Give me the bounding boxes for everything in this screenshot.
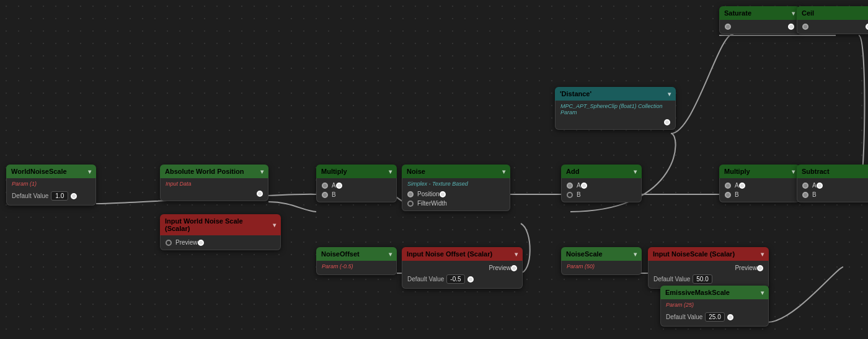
node-abs-world-pos: Absolute World Position ▾ Input Data (160, 165, 268, 201)
node-body-noise: Simplex - Texture Based Position FilterW… (402, 178, 510, 211)
node-header-abs-world-pos[interactable]: Absolute World Position ▾ (160, 165, 268, 178)
position-row: Position (402, 189, 510, 199)
input-port[interactable] (166, 240, 172, 246)
node-subtitle: Simplex - Texture Based (402, 181, 510, 189)
chevron-icon[interactable]: ▾ (273, 222, 276, 228)
node-header-ceil[interactable]: Ceil ▾ (797, 6, 868, 20)
node-subtract: Subtract ▾ A B (797, 165, 868, 202)
chevron-icon[interactable]: ▾ (389, 251, 392, 258)
node-title: Saturate (724, 9, 751, 17)
chevron-icon[interactable]: ▾ (88, 168, 91, 175)
node-header-noise[interactable]: Noise ▾ (402, 165, 510, 178)
input-port-b[interactable] (322, 192, 328, 198)
default-value-row: Default Value 50.0 (649, 273, 768, 286)
output-port[interactable] (664, 119, 670, 125)
output-port[interactable] (817, 183, 823, 189)
node-body-distance: MPC_APT_SphereClip (float1) Collection P… (555, 101, 676, 130)
input-port-a[interactable] (802, 183, 808, 189)
node-emissive-mask: EmissiveMaskScale ▾ Param (25) Default V… (660, 286, 769, 327)
node-subtitle: Param (-0.5) (317, 263, 396, 272)
filterwidth-label: FilterWidth (417, 200, 447, 207)
chevron-icon[interactable]: ▾ (761, 289, 764, 296)
input-port-b[interactable] (567, 192, 573, 198)
node-header-distance[interactable]: 'Distance' ▾ (555, 87, 676, 101)
node-header-multiply-1[interactable]: Multiply ▾ (316, 165, 397, 178)
node-header-input-noise-scale[interactable]: Input NoiseScale (Scalar) ▾ (648, 247, 769, 261)
value-box[interactable]: 50.0 (693, 274, 712, 284)
preview-row: Preview (649, 263, 768, 273)
input-port-a[interactable] (322, 183, 328, 189)
node-title: NoiseScale (566, 250, 603, 258)
port-a-row: A (562, 181, 641, 190)
chevron-icon[interactable]: ▾ (634, 168, 637, 175)
node-body-emissive-mask: Param (25) Default Value 25.0 (660, 299, 769, 327)
chevron-icon[interactable]: ▾ (792, 10, 795, 17)
port-a-row: A (720, 181, 799, 190)
input-port-position[interactable] (407, 191, 414, 197)
input-port-filterwidth[interactable] (407, 201, 414, 207)
node-title: Ceil (802, 9, 814, 17)
input-port[interactable] (802, 24, 808, 30)
node-header-noise-offset[interactable]: NoiseOffset ▾ (316, 247, 397, 261)
node-add: Add ▾ A B (561, 165, 642, 202)
output-port-2[interactable] (467, 276, 474, 282)
node-title: NoiseOffset (321, 250, 360, 258)
output-port[interactable] (198, 240, 204, 246)
port-a-row: A (317, 181, 396, 190)
node-header-noise-scale[interactable]: NoiseScale ▾ (561, 247, 642, 261)
input-port-a[interactable] (725, 183, 731, 189)
node-header-subtract[interactable]: Subtract ▾ (797, 165, 868, 178)
node-body-noise-offset: Param (-0.5) (316, 261, 397, 275)
port-b-label: B (812, 191, 817, 198)
chevron-icon[interactable]: ▾ (761, 251, 764, 258)
output-port[interactable] (788, 24, 794, 30)
node-header-world-noise-scale[interactable]: WorldNoiseScale ▾ (6, 165, 96, 178)
chevron-icon[interactable]: ▾ (389, 168, 392, 175)
port-b-row: B (562, 190, 641, 199)
chevron-icon[interactable]: ▾ (502, 168, 505, 175)
chevron-icon[interactable]: ▾ (515, 251, 518, 258)
input-port-a[interactable] (567, 183, 573, 189)
output-port[interactable] (257, 191, 263, 197)
output-port[interactable] (336, 183, 342, 189)
node-ceil: Ceil ▾ (797, 6, 868, 34)
port-b-label: B (332, 191, 336, 198)
value-box[interactable]: 25.0 (705, 312, 724, 322)
chevron-icon[interactable]: ▾ (668, 91, 671, 97)
port-b-label: B (577, 191, 581, 198)
output-port[interactable] (511, 265, 517, 271)
output-port[interactable] (581, 183, 587, 189)
port-a-label: A (812, 182, 817, 189)
node-subtitle: Param (25) (661, 302, 768, 310)
input-port[interactable] (725, 24, 731, 30)
output-port[interactable] (757, 265, 763, 271)
value-box[interactable]: 1.0 (51, 191, 68, 201)
node-header-input-world-noise[interactable]: Input World Noise Scale (Scalar) ▾ (160, 214, 281, 235)
default-value-label: Default Value (653, 276, 690, 282)
node-header-emissive-mask[interactable]: EmissiveMaskScale ▾ (660, 286, 769, 299)
node-header-multiply-2[interactable]: Multiply ▾ (719, 165, 800, 178)
output-port[interactable] (71, 193, 77, 199)
node-multiply-2: Multiply ▾ A B (719, 165, 800, 202)
node-header-saturate[interactable]: Saturate ▾ (719, 6, 800, 20)
value-box[interactable]: -0.5 (446, 274, 464, 284)
node-subtitle: Input Data (161, 181, 268, 189)
node-body-input-noise-scale: Preview Default Value 50.0 (648, 261, 769, 289)
node-noise-offset: NoiseOffset ▾ Param (-0.5) (316, 247, 397, 275)
input-port-b[interactable] (802, 192, 808, 198)
port-b-label: B (735, 191, 739, 198)
port-a-label: A (332, 182, 336, 189)
output-port[interactable] (440, 191, 446, 197)
output-port[interactable] (727, 314, 733, 320)
chevron-icon[interactable]: ▾ (792, 168, 795, 175)
node-title: Input World Noise Scale (Scalar) (165, 217, 269, 232)
chevron-icon[interactable]: ▾ (260, 168, 264, 175)
output-port[interactable] (739, 183, 745, 189)
node-header-add[interactable]: Add ▾ (561, 165, 642, 178)
preview-row: Preview (161, 238, 280, 247)
input-port-b[interactable] (725, 192, 731, 198)
output-port[interactable] (866, 24, 868, 30)
chevron-icon[interactable]: ▾ (634, 251, 637, 258)
node-header-input-noise-offset[interactable]: Input Noise Offset (Scalar) ▾ (402, 247, 523, 261)
default-value-label: Default Value (666, 314, 702, 320)
